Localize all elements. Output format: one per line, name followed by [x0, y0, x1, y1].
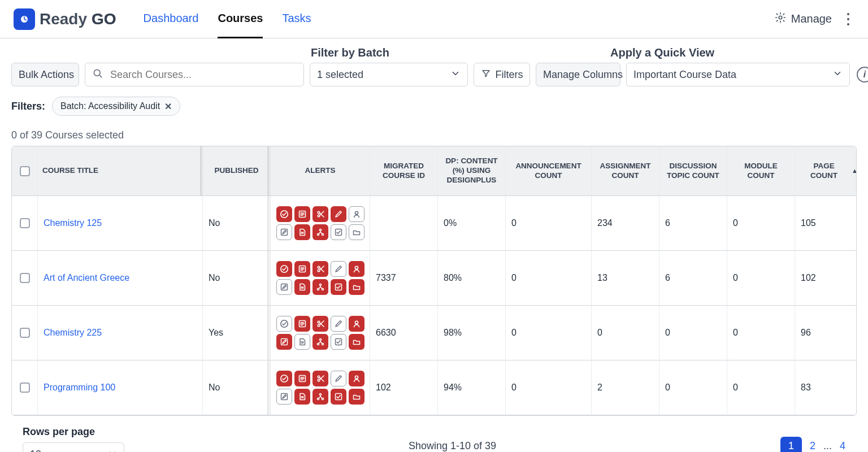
column-header[interactable]: PUBLISHED: [203, 146, 271, 196]
alert-icon[interactable]: [294, 389, 310, 405]
alert-icon[interactable]: [331, 389, 346, 405]
alert-icon[interactable]: [313, 206, 328, 222]
alert-icon[interactable]: [276, 334, 292, 350]
alert-icon[interactable]: [276, 389, 292, 405]
alerts-cell: [271, 360, 370, 415]
active-filter-chip[interactable]: Batch: Accessibility Audit ✕: [52, 97, 180, 116]
alert-icon[interactable]: [313, 334, 328, 350]
alert-icon[interactable]: [331, 371, 346, 386]
rows-per-page-label: Rows per page: [23, 426, 124, 438]
course-title-link[interactable]: Chemistry 225: [44, 328, 102, 338]
alert-icon[interactable]: [349, 261, 364, 277]
nav-tab-dashboard[interactable]: Dashboard: [144, 0, 199, 38]
column-header[interactable]: ASSIGNMENT COUNT: [592, 146, 659, 196]
course-title-link[interactable]: Programming 100: [44, 383, 115, 393]
column-header[interactable]: MODULE COUNT: [727, 146, 795, 196]
row-checkbox[interactable]: [20, 328, 30, 338]
alert-icon[interactable]: [276, 371, 292, 386]
nav-tab-courses[interactable]: Courses: [218, 0, 263, 38]
courses-table: COURSE TITLEPUBLISHEDALERTSMIGRATED COUR…: [11, 146, 857, 416]
alert-icon[interactable]: [349, 334, 364, 350]
search-courses-input-wrap[interactable]: [85, 63, 304, 86]
data-cell: 0: [659, 360, 727, 415]
alert-icon[interactable]: [276, 224, 292, 240]
alert-icon[interactable]: [313, 279, 328, 295]
select-all-header[interactable]: [12, 146, 38, 196]
info-icon[interactable]: i: [857, 67, 868, 82]
column-header[interactable]: COURSE TITLE: [38, 146, 203, 196]
alert-icon[interactable]: [313, 316, 328, 332]
row-checkbox[interactable]: [20, 218, 30, 228]
svg-point-12: [94, 69, 100, 76]
quick-view-select[interactable]: Important Course Data: [626, 63, 850, 86]
nav-tab-tasks[interactable]: Tasks: [282, 0, 311, 38]
page-2[interactable]: 2: [810, 440, 815, 452]
column-header[interactable]: PAGE COUNT▲: [795, 146, 857, 196]
row-checkbox[interactable]: [20, 273, 30, 283]
course-title-link[interactable]: Chemistry 125: [44, 218, 102, 228]
filters-button[interactable]: Filters: [474, 63, 530, 86]
alert-icon[interactable]: [276, 261, 292, 277]
rows-per-page-select[interactable]: 10: [23, 442, 124, 452]
alert-icon[interactable]: [349, 279, 364, 295]
alert-icon[interactable]: [276, 206, 292, 222]
select-all-checkbox[interactable]: [20, 166, 30, 176]
data-cell: 6630: [370, 306, 438, 360]
row-checkbox[interactable]: [20, 383, 30, 393]
alert-icon[interactable]: [349, 371, 364, 386]
column-header[interactable]: MIGRATED COURSE ID: [370, 146, 438, 196]
alert-icon[interactable]: [313, 224, 328, 240]
course-title-cell: Programming 100: [38, 360, 203, 415]
alert-icon[interactable]: [349, 316, 364, 332]
page-4[interactable]: 4: [840, 440, 845, 452]
more-menu-button[interactable]: [842, 10, 854, 28]
alert-icon[interactable]: [349, 224, 364, 240]
alert-icon[interactable]: [294, 371, 310, 386]
alert-icon[interactable]: [313, 371, 328, 386]
data-cell: [370, 196, 438, 251]
data-cell: 234: [592, 196, 659, 251]
alert-icon[interactable]: [331, 316, 346, 332]
column-header[interactable]: DISCUSSION TOPIC COUNT: [659, 146, 727, 196]
alert-icon[interactable]: [294, 206, 310, 222]
column-header[interactable]: ALERTS: [271, 146, 370, 196]
manage-button[interactable]: Manage: [774, 11, 832, 27]
data-cell: 102: [370, 360, 438, 415]
alert-icon[interactable]: [331, 279, 346, 295]
alert-icon[interactable]: [331, 334, 346, 350]
alert-icon[interactable]: [294, 334, 310, 350]
filter-icon: [481, 68, 491, 81]
alert-icon[interactable]: [331, 261, 346, 277]
alert-icon[interactable]: [313, 389, 328, 405]
alert-icon[interactable]: [313, 261, 328, 277]
alert-icon[interactable]: [294, 316, 310, 332]
page-1[interactable]: 1: [780, 437, 802, 452]
bulk-actions-button[interactable]: Bulk Actions: [11, 63, 79, 86]
data-cell: 96: [795, 306, 857, 360]
column-header[interactable]: ANNOUNCEMENT COUNT: [506, 146, 592, 196]
column-header[interactable]: DP: CONTENT (%) USING DESIGNPLUS: [438, 146, 506, 196]
alert-icon[interactable]: [331, 224, 346, 240]
alert-icon[interactable]: [294, 279, 310, 295]
alert-icon[interactable]: [276, 316, 292, 332]
alert-icon[interactable]: [294, 261, 310, 277]
manage-columns-button[interactable]: Manage Columns: [536, 63, 620, 86]
search-courses-input[interactable]: [109, 68, 297, 81]
alert-icon[interactable]: [294, 224, 310, 240]
batch-select[interactable]: 1 selected: [310, 63, 468, 86]
showing-text: Showing 1-10 of 39: [409, 440, 496, 452]
data-cell: 0%: [438, 196, 506, 251]
alert-icon[interactable]: [331, 206, 346, 222]
quick-view-heading: Apply a Quick View: [610, 46, 834, 59]
data-cell: 0: [506, 251, 592, 306]
alert-icon[interactable]: [349, 206, 364, 222]
data-cell: 0: [659, 306, 727, 360]
alert-icon[interactable]: [276, 279, 292, 295]
published-cell: No: [203, 360, 271, 415]
remove-filter-icon[interactable]: ✕: [164, 101, 172, 112]
data-cell: 0: [506, 360, 592, 415]
data-cell: 98%: [438, 306, 506, 360]
alert-icon[interactable]: [349, 389, 364, 405]
published-cell: No: [203, 196, 271, 251]
course-title-link[interactable]: Art of Ancient Greece: [44, 273, 129, 283]
